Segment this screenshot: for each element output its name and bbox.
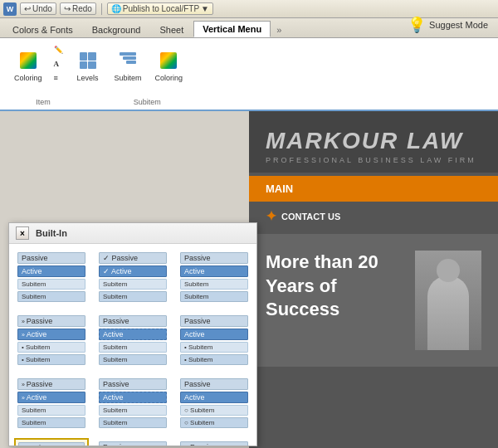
nav-contact-label: CONTACT US	[281, 212, 340, 222]
style-passive-4: Passive	[17, 315, 85, 327]
levels-label: Levels	[77, 74, 99, 82]
hero-text: More than 20 Years of Success	[266, 251, 407, 322]
dropdown-body[interactable]: Passive Active Subitem Subitem Passive A…	[9, 244, 256, 446]
redo-label: Redo	[72, 4, 92, 13]
style-item-5[interactable]: Passive Active Subitem Subitem	[95, 312, 170, 368]
style-passive-12: Passive	[180, 441, 248, 446]
tab-more[interactable]: »	[271, 22, 286, 37]
item-coloring-button[interactable]: Coloring	[8, 43, 48, 86]
style-active-2: Active	[99, 265, 167, 277]
style-passive-11: Passive	[99, 441, 167, 446]
style-subitem2-3: Subitem	[180, 291, 248, 302]
preview-nav: MAIN ✦ CONTACT US	[249, 173, 498, 234]
style-subitem-4: Subitem	[17, 342, 85, 353]
preview-content: More than 20 Years of Success	[249, 234, 498, 367]
undo-button[interactable]: ↩ Undo	[20, 2, 56, 15]
style-item-1[interactable]: Passive Active Subitem Subitem	[14, 249, 89, 305]
redo-button[interactable]: ↪ Redo	[60, 2, 96, 15]
style-active-4: Active	[17, 329, 85, 340]
subitem-coloring-button[interactable]: Coloring	[149, 43, 189, 86]
style-passive-2: Passive	[99, 252, 167, 264]
subitem-label: Subitem	[115, 74, 142, 82]
style-subitem-9: Subitem	[180, 405, 248, 416]
style-passive-8: Passive	[99, 378, 167, 390]
tab-colors-fonts[interactable]: Colors & Fonts	[3, 22, 82, 37]
font-button[interactable]: A	[50, 57, 67, 71]
style-subitem-6: Subitem	[180, 342, 248, 353]
style-item-2[interactable]: Passive Active Subitem Subitem	[95, 249, 170, 305]
nav-dot-icon: ✦	[266, 208, 276, 224]
align-icon: ≡	[54, 74, 58, 82]
style-subitem2-5: Subitem	[99, 354, 167, 365]
style-passive-1: Passive	[17, 252, 85, 264]
item-levels-button[interactable]: Levels	[69, 43, 107, 86]
style-active-5: Active	[99, 329, 167, 340]
site-subtitle: PROFESSIONAL BUSINESS LAW FIRM	[266, 156, 481, 164]
style-item-4[interactable]: Passive Active Subitem Subitem	[14, 312, 89, 368]
style-passive-9: Passive	[180, 378, 248, 390]
style-item-12[interactable]: Passive Active Subitem Subitem	[177, 438, 251, 446]
suggest-mode-button[interactable]: 💡 Suggest Mode	[401, 12, 495, 37]
style-item-7[interactable]: Passive Active Subitem Subitem	[14, 375, 89, 431]
style-subitem2-2: Subitem	[99, 291, 167, 302]
levels-icon	[75, 47, 101, 74]
tab-sheet[interactable]: Sheet	[150, 22, 193, 37]
app-icon: W	[3, 2, 17, 16]
content-area: × Built-In Passive Active Subitem Subite…	[0, 111, 498, 448]
suggest-icon: 💡	[408, 16, 426, 34]
tab-vertical-menu[interactable]: Vertical Menu	[193, 21, 271, 37]
style-active-7: Active	[17, 392, 85, 403]
subitem-coloring-label: Coloring	[155, 74, 183, 82]
style-passive-7: Passive	[17, 378, 85, 390]
style-passive-3: Passive	[180, 252, 248, 264]
item-group-label: Item	[36, 98, 51, 106]
style-active-8: Active	[99, 392, 167, 403]
tab-background[interactable]: Background	[83, 22, 150, 37]
style-subitem-3: Subitem	[180, 279, 248, 290]
style-subitem2-4: Subitem	[17, 354, 85, 365]
style-active-1: Active	[17, 265, 85, 277]
style-subitem2-8: Subitem	[99, 417, 167, 428]
style-subitem2-9: Subitem	[180, 417, 248, 428]
publish-icon: 🌐	[111, 4, 121, 13]
style-item-8[interactable]: Passive Active Subitem Subitem	[95, 375, 170, 431]
style-subitem2-6: Subitem	[180, 354, 248, 365]
undo-icon: ↩	[24, 4, 31, 13]
nav-contact[interactable]: ✦ CONTACT US	[249, 202, 498, 231]
preview-header: MARKOUR LAW PROFESSIONAL BUSINESS LAW FI…	[249, 111, 498, 173]
align-button[interactable]: ≡	[50, 71, 67, 85]
style-item-3[interactable]: Passive Active Subitem Subitem	[177, 249, 251, 305]
ribbon-tabs: Colors & Fonts Background Sheet Vertical…	[0, 18, 498, 38]
coloring-label: Coloring	[14, 74, 42, 82]
style-item-10[interactable]: Passive Active Subitem Subitem	[14, 438, 89, 446]
style-passive-5: Passive	[99, 315, 167, 327]
item-buttons: Coloring ✏️ A ≡ Levels	[8, 43, 188, 86]
item-subitem-button[interactable]: Subitem	[109, 43, 148, 86]
publish-button[interactable]: 🌐 Publish to Local/FTP ▼	[107, 2, 213, 15]
nav-main[interactable]: MAIN	[249, 176, 498, 202]
undo-label: Undo	[32, 4, 52, 13]
style-grid: Passive Active Subitem Subitem Passive A…	[14, 249, 251, 446]
style-active-9: Active	[180, 392, 248, 403]
website-preview: MARKOUR LAW PROFESSIONAL BUSINESS LAW FI…	[249, 111, 498, 448]
nav-main-label: MAIN	[266, 183, 293, 195]
item-small-buttons: ✏️ A ≡	[50, 43, 67, 85]
style-subitem-1: Subitem	[17, 279, 85, 290]
style-item-6[interactable]: Passive Active Subitem Subitem	[177, 312, 251, 368]
style-subitem2-1: Subitem	[17, 291, 85, 302]
style-subitem2-7: Subitem	[17, 417, 85, 428]
ribbon-body: Coloring ✏️ A ≡ Levels	[0, 38, 498, 111]
person-head	[437, 259, 460, 282]
edit-button[interactable]: ✏️	[50, 43, 67, 56]
font-icon: A	[54, 60, 60, 68]
dropdown-close-button[interactable]: ×	[16, 226, 29, 240]
publish-arrow-icon: ▼	[201, 4, 209, 13]
style-item-11[interactable]: Passive Active Subitem Subitem	[95, 438, 170, 446]
dropdown-header: × Built-In	[9, 223, 256, 244]
site-title: MARKOUR LAW	[266, 128, 481, 154]
style-active-6: Active	[180, 329, 248, 340]
ribbon-group-item: Coloring ✏️ A ≡ Levels	[3, 41, 193, 110]
subitem-group-label: Subitem	[134, 98, 161, 106]
style-item-9[interactable]: Passive Active Subitem Subitem	[177, 375, 251, 431]
style-active-3: Active	[180, 265, 248, 277]
